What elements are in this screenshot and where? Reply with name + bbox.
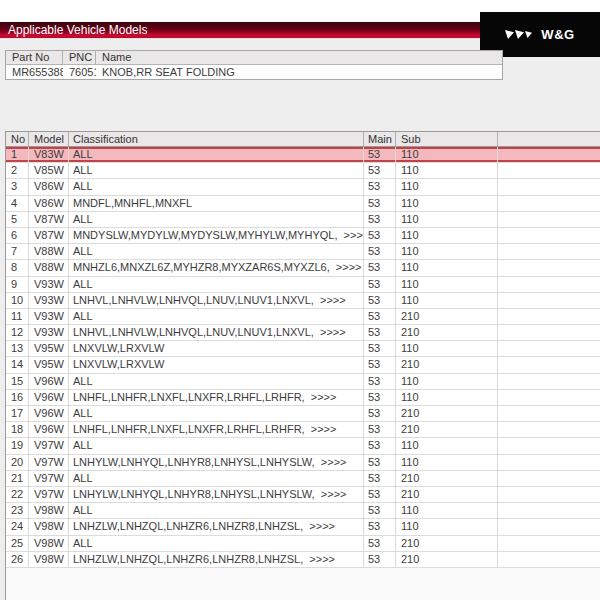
cell-extra <box>498 277 600 292</box>
column-header-sub[interactable]: Sub <box>396 132 498 146</box>
column-header-name[interactable]: Name <box>96 51 502 64</box>
table-row[interactable]: 14V95WLNXVLW,LRXVLW53210 <box>6 357 600 373</box>
table-row[interactable]: 1V83WALL53110 <box>6 147 600 163</box>
table-row[interactable]: 11V93WALL53210 <box>6 309 600 325</box>
cell-extra <box>498 374 600 389</box>
table-row[interactable]: 22V97WLNHYLW,LNHYQL,LNHYR8,LNHYSL,LNHYSL… <box>6 487 600 503</box>
cell-no: 2 <box>6 163 29 178</box>
cell-sub: 110 <box>396 438 498 453</box>
table-row[interactable]: 25V98WALL53210 <box>6 536 600 552</box>
column-header-model[interactable]: Model <box>29 132 69 146</box>
cell-sub: 210 <box>396 471 498 486</box>
cell-extra <box>498 406 600 421</box>
logo-text: W&G <box>541 27 574 42</box>
cell-no: 9 <box>6 277 29 292</box>
cell-class: MNDYSLW,MYDYLW,MYDYSLW,MYHYLW,MYHYQL, >>… <box>69 228 364 243</box>
cell-extra <box>498 309 600 324</box>
cell-sub: 110 <box>396 228 498 243</box>
cell-sub: 210 <box>396 552 498 567</box>
cell-model: V93W <box>29 277 69 292</box>
cell-pnc: 76051 <box>63 65 96 79</box>
cell-sub: 110 <box>396 519 498 534</box>
cell-extra <box>498 552 600 567</box>
cell-main: 53 <box>364 438 396 453</box>
cell-class: LNHVL,LNHVLW,LNHVQL,LNUV,LNUV1,LNXVL, >>… <box>69 325 364 340</box>
models-table: No Model Classification Main Sub 1V83WAL… <box>5 131 600 600</box>
table-row[interactable]: 20V97WLNHYLW,LNHYQL,LNHYR8,LNHYSL,LNHYSL… <box>6 455 600 471</box>
cell-model: V97W <box>29 455 69 470</box>
table-row[interactable]: 2V85WALL53110 <box>6 163 600 179</box>
cell-part-no: MR655388 <box>6 65 63 79</box>
table-row[interactable]: 17V96WALL53210 <box>6 406 600 422</box>
cell-class: LNXVLW,LRXVLW <box>69 341 364 356</box>
cell-model: V93W <box>29 293 69 308</box>
cell-main: 53 <box>364 422 396 437</box>
cell-class: ALL <box>69 244 364 259</box>
cell-model: V88W <box>29 244 69 259</box>
cell-sub: 110 <box>396 163 498 178</box>
table-row[interactable]: 15V96WALL53110 <box>6 374 600 390</box>
cell-sub: 110 <box>396 455 498 470</box>
cell-main: 53 <box>364 179 396 194</box>
column-header-no[interactable]: No <box>6 132 29 146</box>
cell-model: V98W <box>29 519 69 534</box>
table-row[interactable]: 9V93WALL53110 <box>6 277 600 293</box>
cell-main: 53 <box>364 519 396 534</box>
column-header-extra[interactable] <box>498 132 600 146</box>
cell-extra <box>498 487 600 502</box>
cell-no: 11 <box>6 309 29 324</box>
cell-model: V97W <box>29 438 69 453</box>
cell-model: V93W <box>29 325 69 340</box>
column-header-pnc[interactable]: PNC <box>63 51 96 64</box>
column-header-main[interactable]: Main <box>364 132 396 146</box>
table-row[interactable]: 10V93WLNHVL,LNHVLW,LNHVQL,LNUV,LNUV1,LNX… <box>6 293 600 309</box>
table-row[interactable]: 8V88WMNHZL6,MNXZL6Z,MYHZR8,MYXZAR6S,MYXZ… <box>6 260 600 276</box>
cell-class: ALL <box>69 277 364 292</box>
cell-no: 17 <box>6 406 29 421</box>
cell-no: 4 <box>6 196 29 211</box>
cell-extra <box>498 438 600 453</box>
cell-extra <box>498 196 600 211</box>
cell-extra <box>498 357 600 372</box>
table-row[interactable]: 5V87WALL53110 <box>6 212 600 228</box>
models-table-body: 1V83WALL531102V85WALL531103V86WALL531104… <box>6 147 600 568</box>
cell-model: V86W <box>29 179 69 194</box>
table-row[interactable]: 24V98WLNHZLW,LNHZQL,LNHZR6,LNHZR8,LNHZSL… <box>6 519 600 535</box>
cell-sub: 210 <box>396 536 498 551</box>
models-table-header: No Model Classification Main Sub <box>6 131 600 147</box>
cell-class: LNXVLW,LRXVLW <box>69 357 364 372</box>
cell-no: 13 <box>6 341 29 356</box>
cell-class: LNHFL,LNHFR,LNXFL,LNXFR,LRHFL,LRHFR, >>>… <box>69 422 364 437</box>
table-row[interactable]: 21V97WALL53210 <box>6 471 600 487</box>
table-row[interactable]: 7V88WALL53110 <box>6 244 600 260</box>
table-row[interactable]: 12V93WLNHVL,LNHVLW,LNHVQL,LNUV,LNUV1,LNX… <box>6 325 600 341</box>
cell-model: V96W <box>29 374 69 389</box>
cell-class: LNHZLW,LNHZQL,LNHZR6,LNHZR8,LNHZSL, >>>> <box>69 552 364 567</box>
cell-no: 16 <box>6 390 29 405</box>
table-row[interactable]: 19V97WALL53110 <box>6 438 600 454</box>
cell-no: 23 <box>6 503 29 518</box>
page-title: Applicable Vehicle Models <box>8 23 147 37</box>
cell-class: LNHYLW,LNHYQL,LNHYR8,LNHYSL,LNHYSLW, >>>… <box>69 455 364 470</box>
column-header-part-no[interactable]: Part No <box>6 51 63 64</box>
cell-model: V85W <box>29 163 69 178</box>
table-row[interactable]: 6V87WMNDYSLW,MYDYLW,MYDYSLW,MYHYLW,MYHYQ… <box>6 228 600 244</box>
table-row[interactable]: 23V98WALL53110 <box>6 503 600 519</box>
table-row[interactable]: 26V98WLNHZLW,LNHZQL,LNHZR6,LNHZR8,LNHZSL… <box>6 552 600 568</box>
part-row[interactable]: MR655388 76051 KNOB,RR SEAT FOLDING <box>6 65 502 79</box>
triple-chevron-icon <box>505 29 535 40</box>
table-row[interactable]: 3V86WALL53110 <box>6 179 600 195</box>
column-header-classification[interactable]: Classification <box>69 132 364 146</box>
table-row[interactable]: 18V96WLNHFL,LNHFR,LNXFL,LNXFR,LRHFL,LRHF… <box>6 422 600 438</box>
cell-main: 53 <box>364 503 396 518</box>
cell-model: V87W <box>29 228 69 243</box>
cell-class: MNHZL6,MNXZL6Z,MYHZR8,MYXZAR6S,MYXZL6, >… <box>69 260 364 275</box>
table-row[interactable]: 16V96WLNHFL,LNHFR,LNXFL,LNXFR,LRHFL,LRHF… <box>6 390 600 406</box>
cell-no: 7 <box>6 244 29 259</box>
cell-class: LNHFL,LNHFR,LNXFL,LNXFR,LRHFL,LRHFR, >>>… <box>69 390 364 405</box>
part-info-table: Part No PNC Name MR655388 76051 KNOB,RR … <box>5 50 503 80</box>
cell-no: 14 <box>6 357 29 372</box>
table-row[interactable]: 13V95WLNXVLW,LRXVLW53110 <box>6 341 600 357</box>
cell-no: 6 <box>6 228 29 243</box>
table-row[interactable]: 4V86WMNDFL,MNHFL,MNXFL53110 <box>6 196 600 212</box>
